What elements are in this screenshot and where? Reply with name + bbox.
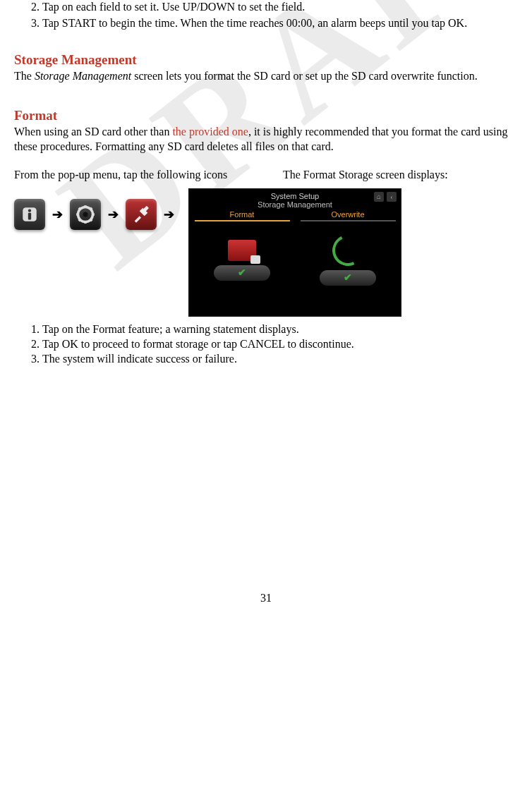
two-column-row: From the pop-up menu, tap the following … <box>14 169 518 181</box>
arrow-icon: ➔ <box>164 207 174 222</box>
text: When using an SD card other than <box>14 126 172 138</box>
arrow-icon: ➔ <box>108 207 119 222</box>
heading-storage-management: Storage Management <box>14 52 518 68</box>
svg-point-1 <box>28 209 31 212</box>
check-icon: ✔ <box>344 272 352 284</box>
svg-point-4 <box>83 212 88 217</box>
page-content: Tap on each field to set it. Use UP/DOWN… <box>14 0 518 604</box>
svg-rect-2 <box>28 213 31 220</box>
tools-icon <box>126 199 157 230</box>
format-steps-list: Tap on the Format feature; a warning sta… <box>14 322 518 366</box>
tab-format: Format <box>195 210 290 221</box>
screenshot-tabs: Format Overwrite <box>189 210 401 221</box>
initial-numbered-list: Tap on each field to set it. Use UP/DOWN… <box>14 0 518 31</box>
check-icon: ✔ <box>238 267 246 279</box>
list-item: Tap OK to proceed to format storage or t… <box>42 337 518 352</box>
format-storage-screenshot: ⌂ ‹ System Setup Storage Management Form… <box>188 188 401 317</box>
svg-line-11 <box>79 219 80 221</box>
back-icon: ‹ <box>387 192 397 202</box>
list-item: The system will indicate success or fail… <box>42 352 518 367</box>
format-panel: ✔ <box>189 221 295 299</box>
screenshot-top-icons: ⌂ ‹ <box>374 192 397 202</box>
svg-line-9 <box>79 208 80 209</box>
list-item: Tap on the Format feature; a warning sta… <box>42 322 518 337</box>
eraser-icon <box>228 240 256 261</box>
gear-icon <box>70 199 101 230</box>
text: The <box>14 70 35 82</box>
icon-sequence: ➔ ➔ ➔ <box>14 199 174 230</box>
heading-format: Format <box>14 108 518 123</box>
screenshot-subtitle: Storage Management <box>189 200 401 209</box>
format-confirm-button: ✔ <box>214 265 270 281</box>
home-icon: ⌂ <box>374 192 384 202</box>
format-body: When using an SD card other than the pro… <box>14 125 518 154</box>
arrow-icon: ➔ <box>52 207 63 222</box>
overwrite-panel: ✔ <box>295 221 401 299</box>
svg-line-12 <box>90 208 92 209</box>
screenshot-title: System Setup <box>189 189 401 200</box>
icon-and-screenshot-row: ➔ ➔ ➔ ⌂ ‹ System Setup Storage Managemen… <box>14 188 518 317</box>
cycle-icon <box>328 231 368 270</box>
tab-overwrite: Overwrite <box>301 210 396 221</box>
list-item: Tap START to begin the time. When the ti… <box>42 16 518 31</box>
right-instruction: The Format Storage screen displays: <box>283 169 518 181</box>
text: screen lets you format the SD card or se… <box>131 70 478 82</box>
left-instruction: From the pop-up menu, tap the following … <box>14 169 283 181</box>
svg-line-10 <box>90 219 92 221</box>
text-italic: Storage Management <box>35 70 131 82</box>
page-number: 31 <box>14 592 518 604</box>
storage-body: The Storage Management screen lets you f… <box>14 69 518 84</box>
screenshot-body: ✔ ✔ <box>189 221 401 299</box>
text-red: the provided one <box>172 126 248 138</box>
info-icon <box>14 199 45 230</box>
list-item: Tap on each field to set it. Use UP/DOWN… <box>42 0 518 15</box>
overwrite-confirm-button: ✔ <box>320 270 376 286</box>
